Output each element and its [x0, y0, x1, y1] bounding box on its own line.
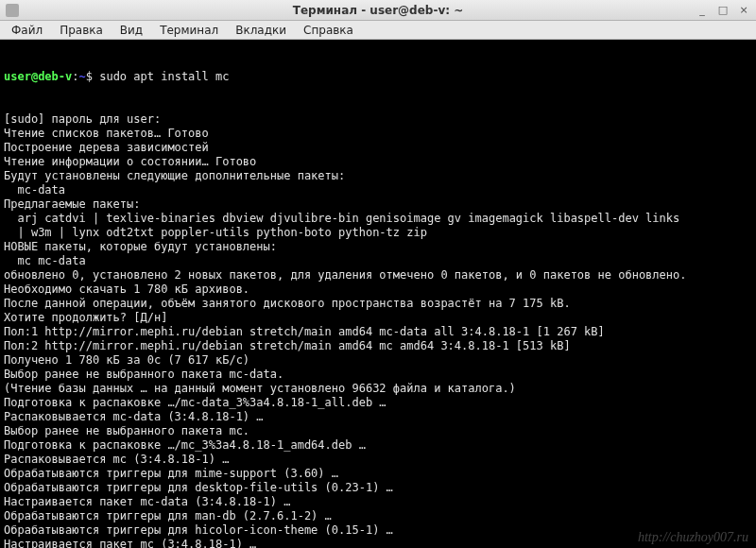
terminal-output-line: обновлено 0, установлено 2 новых пакетов…	[4, 268, 752, 283]
terminal-output-line: (Чтение базы данных … на данный момент у…	[4, 382, 752, 396]
menu-help[interactable]: Справка	[296, 22, 361, 39]
menu-terminal[interactable]: Терминал	[152, 22, 226, 39]
terminal-output-line: Настраивается пакет mc-data (3:4.8.18-1)…	[4, 495, 752, 509]
minimize-button[interactable]: _	[696, 4, 709, 17]
terminal-output-line: Распаковывается mc-data (3:4.8.18-1) …	[4, 410, 752, 424]
terminal-output-line: Выбор ранее не выбранного пакета mc.	[4, 424, 752, 438]
terminal-output-line: НОВЫЕ пакеты, которые будут установлены:	[4, 240, 752, 254]
terminal-output-line: arj catdvi | texlive-binaries dbview djv…	[4, 212, 752, 226]
terminal-output-line: Построение дерева зависимостей	[4, 141, 752, 155]
terminal-output-line: После данной операции, объём занятого ди…	[4, 297, 752, 311]
terminal-output-line: Распаковывается mc (3:4.8.18-1) …	[4, 453, 752, 467]
terminal-output-line: | w3m | lynx odt2txt poppler-utils pytho…	[4, 226, 752, 240]
terminal-output-line: Подготовка к распаковке …/mc-data_3%3a4.…	[4, 396, 752, 410]
terminal-viewport[interactable]: user@deb-v:~$ sudo apt install mc [sudo]…	[0, 40, 756, 548]
window-titlebar: Терминал - user@deb-v: ~ _ □ ×	[0, 0, 756, 21]
terminal-output-line: Необходимо скачать 1 780 кБ архивов.	[4, 283, 752, 297]
menu-file[interactable]: Файл	[4, 22, 50, 39]
prompt-line: user@deb-v:~$ sudo apt install mc	[4, 70, 752, 84]
terminal-output-line: Пол:2 http://mirror.mephi.ru/debian stre…	[4, 339, 752, 353]
terminal-output-line: [sudo] пароль для user:	[4, 112, 752, 127]
terminal-app-icon	[6, 4, 19, 17]
menu-view[interactable]: Вид	[112, 22, 150, 39]
terminal-output-line: Чтение списков пакетов… Готово	[4, 127, 752, 141]
prompt-path: ~	[79, 70, 86, 83]
terminal-output-line: Предлагаемые пакеты:	[4, 197, 752, 212]
terminal-output-line: Настраивается пакет mc (3:4.8.18-1) …	[4, 538, 752, 548]
maximize-button[interactable]: □	[716, 4, 730, 17]
terminal-output: [sudo] пароль для user:Чтение списков па…	[4, 112, 752, 548]
terminal-output-line: Обрабатываются триггеры для man-db (2.7.…	[4, 509, 752, 523]
terminal-output-line: mc mc-data	[4, 254, 752, 268]
menu-edit[interactable]: Правка	[52, 22, 111, 39]
terminal-output-line: Будут установлены следующие дополнительн…	[4, 169, 752, 183]
prompt-host: deb-v	[38, 70, 72, 83]
prompt-user: user	[4, 70, 31, 83]
prompt-command: sudo apt install mc	[99, 70, 229, 83]
window-title: Терминал - user@deb-v: ~	[0, 4, 756, 17]
terminal-output-line: Получено 1 780 кБ за 0с (7 617 кБ/c)	[4, 353, 752, 368]
terminal-output-line: Подготовка к распаковке …/mc_3%3a4.8.18-…	[4, 438, 752, 453]
terminal-output-line: Обрабатываются триггеры для desktop-file…	[4, 481, 752, 495]
menu-tabs[interactable]: Вкладки	[228, 22, 294, 39]
terminal-output-line: Пол:1 http://mirror.mephi.ru/debian stre…	[4, 325, 752, 339]
terminal-output-line: Хотите продолжить? [Д/н]	[4, 311, 752, 325]
window-controls: _ □ ×	[696, 4, 750, 17]
terminal-output-line: Выбор ранее не выбранного пакета mc-data…	[4, 368, 752, 382]
terminal-output-line: mc-data	[4, 183, 752, 197]
terminal-output-line: Обрабатываются триггеры для mime-support…	[4, 467, 752, 481]
terminal-output-line: Чтение информации о состоянии… Готово	[4, 155, 752, 169]
terminal-output-line: Обрабатываются триггеры для hicolor-icon…	[4, 523, 752, 538]
close-button[interactable]: ×	[737, 4, 750, 17]
menubar: Файл Правка Вид Терминал Вкладки Справка	[0, 21, 756, 40]
